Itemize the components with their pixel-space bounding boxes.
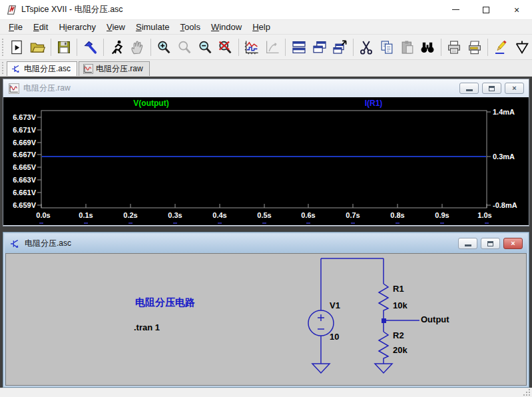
component-value-v1[interactable]: 10 [330,332,339,342]
menu-item-edit[interactable]: Edit [28,21,53,33]
cascade-windows-button[interactable] [309,37,330,58]
svg-text:6.667V: 6.667V [13,151,37,159]
app-titlebar: LTspice XVII - 电阻分压.asc × [0,0,532,20]
svg-text:1.0s: 1.0s [477,211,491,219]
menu-item-simulate[interactable]: Simulate [131,21,175,33]
ground-icon [514,39,530,55]
zoom-out-button[interactable] [194,37,215,58]
find-button[interactable] [417,37,438,58]
schematic-annotation-title[interactable]: 电阻分压电路 [135,296,195,309]
menu-item-hierarchy[interactable]: Hierarchy [53,21,101,33]
zoom-area-button [174,37,194,58]
resize-grip-icon[interactable] [523,389,530,396]
net-label-output[interactable]: Output [421,314,449,324]
mdi-area: 电阻分压.raw × V(output) I(R1) [0,77,532,388]
new-window-icon [332,39,348,55]
view-schematic-button [262,37,283,58]
view-waveform-button[interactable] [242,37,262,58]
waveform-window: 电阻分压.raw × V(output) I(R1) [3,79,529,226]
menu-item-tools[interactable]: Tools [175,21,206,33]
svg-text:0.8s: 0.8s [390,211,404,219]
zoom-area-icon [176,39,192,55]
menu-item-window[interactable]: Window [206,21,247,33]
right-axis-labels: 1.4mA 0.3mA -0.8mA [493,108,517,209]
ground-symbol[interactable] [375,364,392,373]
open-file-button[interactable] [27,37,48,58]
control-panel-button[interactable] [80,37,101,58]
open-new-window-button[interactable] [330,37,350,58]
print-preview-icon [467,39,483,55]
schematic-view-icon [264,39,280,55]
menu-item-view[interactable]: View [101,21,131,33]
minimize-button[interactable] [459,83,479,94]
svg-text:6.661V: 6.661V [13,189,37,197]
maximize-icon [483,7,489,13]
tile-windows-button[interactable] [288,37,309,58]
open-folder-icon [29,39,45,55]
tab-waveform[interactable]: 电阻分压.raw [79,61,150,76]
pan-hand-icon [129,39,145,55]
close-button[interactable]: × [503,238,523,249]
edit-pencil-button[interactable] [491,37,511,58]
save-button[interactable] [54,37,75,58]
tab-schematic[interactable]: 电阻分压.asc [7,61,77,76]
maximize-button[interactable] [471,0,501,19]
ground-symbol[interactable] [312,364,330,373]
print-preview-button[interactable] [465,37,485,58]
svg-text:0.0s: 0.0s [36,211,50,219]
paste-button [397,37,417,58]
binoculars-icon [419,39,435,55]
toolbar-separator [441,39,441,56]
pencil-icon [493,39,509,55]
waveform-icon [9,83,19,94]
print-button[interactable] [444,37,465,58]
menu-item-help[interactable]: Help [247,21,276,33]
zoom-in-button[interactable] [154,37,174,58]
minimize-button[interactable] [458,238,477,249]
schematic-window-titlebar[interactable]: 电阻分压.asc × [5,234,527,253]
schematic-canvas[interactable]: 电阻分压电路 .tran 1 V1 10 R1 10k Output R2 20… [5,253,527,386]
resistor-r1[interactable] [379,284,388,320]
svg-text:6.663V: 6.663V [13,176,37,184]
trace-label-voutput[interactable]: V(output) [133,99,168,108]
cut-button[interactable] [356,37,377,58]
close-button[interactable]: × [501,0,532,19]
x-axis-labels: 0.0s 0.1s 0.2s 0.3s 0.4s 0.5s 0.6s 0.7s … [36,211,491,219]
zoom-in-icon [156,39,172,55]
minimize-button[interactable] [440,0,471,19]
component-name-r1[interactable]: R1 [393,284,404,294]
save-icon [56,39,72,55]
waveform-plot[interactable]: V(output) I(R1) 6.673V 6.671V 6.669V 6.6… [3,97,529,225]
component-name-v1[interactable]: V1 [330,300,340,310]
copy-button[interactable] [376,37,397,58]
toolbar-separator [238,39,239,56]
restore-button[interactable] [482,83,501,94]
svg-text:6.665V: 6.665V [13,163,37,171]
run-simulation-button[interactable] [107,37,127,58]
component-name-r2[interactable]: R2 [393,330,404,340]
schematic-window: 电阻分压.asc × [3,232,529,388]
spice-directive[interactable]: .tran 1 [134,322,160,332]
menu-item-file[interactable]: File [3,21,28,33]
component-value-r2[interactable]: 20k [393,345,407,355]
left-axis-labels: 6.673V 6.671V 6.669V 6.667V 6.665V 6.663… [13,113,37,209]
trace-label-ir1[interactable]: I(R1) [365,99,383,108]
waveform-plot-canvas: V(output) I(R1) 6.673V 6.671V 6.669V 6.6… [3,97,529,225]
resistor-r2[interactable] [379,332,388,364]
restore-icon [487,241,493,246]
minimize-icon [465,244,471,246]
close-icon: × [512,85,516,92]
place-ground-button[interactable] [511,37,532,58]
new-schematic-button[interactable] [7,37,27,58]
component-value-r1[interactable]: 10k [393,300,407,310]
svg-text:0.5s: 0.5s [257,211,271,219]
svg-text:0.4s: 0.4s [212,211,226,219]
restore-button[interactable] [481,238,500,249]
tab-label: 电阻分压.raw [96,63,143,75]
svg-text:0.3mA: 0.3mA [493,153,515,161]
schematic-icon [11,64,21,74]
zoom-extents-button[interactable] [215,37,236,58]
close-button[interactable]: × [505,83,524,94]
net-junction[interactable] [382,318,386,323]
waveform-window-titlebar[interactable]: 电阻分压.raw × [3,79,529,97]
